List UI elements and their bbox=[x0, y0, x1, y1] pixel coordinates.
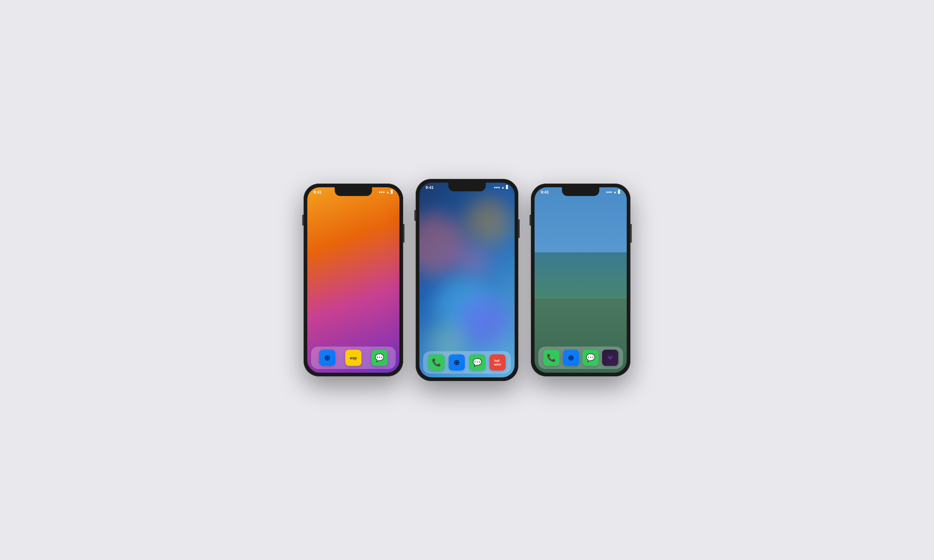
battery-icon-2: ▊ bbox=[506, 185, 509, 189]
safari-icon-3: ⊕ bbox=[563, 350, 579, 366]
hotwire-icon: hotwire bbox=[489, 354, 506, 371]
phone-1-content: 9:41 ●●● ▲ ▊ TUE 15 bbox=[307, 187, 399, 373]
phone-icon-2: 📞 bbox=[428, 354, 445, 371]
phone-3-bg bbox=[535, 187, 627, 373]
dock-phone-3[interactable]: 📞 bbox=[543, 350, 559, 366]
phone-1-dock: ⊕ exp 💬 bbox=[311, 346, 396, 369]
phone-icon-3: 📞 bbox=[543, 350, 559, 366]
phone-3-content: 9:41 ●●● ▲ ▊ ✉ TUE 15 bbox=[535, 187, 627, 373]
phone-3-notch bbox=[562, 187, 599, 196]
expedia-icon: exp bbox=[345, 350, 361, 366]
dock-messages-2[interactable]: 💬 bbox=[469, 354, 485, 371]
phone-2-content: 9:41 ●●● ▲ ▊ 35% off bbox=[419, 183, 515, 377]
signal-icon-2: ●●● bbox=[494, 185, 500, 189]
wifi-icon-3: ▲ bbox=[613, 190, 617, 194]
wifi-icon: ▲ bbox=[386, 190, 390, 194]
dock-safari-3[interactable]: ⊕ bbox=[563, 350, 579, 366]
dock-safari-2[interactable]: ⊕ bbox=[449, 354, 465, 371]
dock-expedia[interactable]: exp bbox=[345, 350, 361, 366]
signal-icon-3: ●●● bbox=[606, 190, 612, 194]
phone-1: 9:41 ●●● ▲ ▊ TUE 15 bbox=[304, 183, 403, 377]
wifi-icon-2: ▲ bbox=[501, 185, 505, 189]
phone-2-status-icons: ●●● ▲ ▊ bbox=[494, 185, 509, 189]
safari-icon: ⊕ bbox=[319, 350, 335, 366]
signal-icon: ●●● bbox=[379, 190, 385, 194]
phone-3-status-icons: ●●● ▲ ▊ bbox=[606, 190, 621, 194]
dock-messages[interactable]: 💬 bbox=[371, 350, 388, 366]
phone-3-time: 9:41 bbox=[541, 190, 549, 194]
messages-icon-2: 💬 bbox=[469, 354, 485, 371]
phone-2-notch bbox=[449, 183, 485, 191]
phone-3-screen: 9:41 ●●● ▲ ▊ ✉ TUE 15 bbox=[535, 187, 627, 373]
battery-icon: ▊ bbox=[391, 190, 393, 194]
dock-hotwire[interactable]: hotwire bbox=[489, 354, 506, 371]
dock-messages-3[interactable]: 💬 bbox=[583, 350, 599, 366]
phone-3: 9:41 ●●● ▲ ▊ ✉ TUE 15 bbox=[531, 183, 630, 377]
phone-1-screen: 9:41 ●●● ▲ ▊ TUE 15 bbox=[307, 187, 399, 373]
phone-1-time: 9:41 bbox=[313, 190, 322, 194]
phone-2-time: 9:41 bbox=[425, 185, 434, 190]
phone-1-bg bbox=[307, 187, 399, 373]
battery-icon-3: ▊ bbox=[618, 190, 621, 194]
phone-2-bg bbox=[419, 183, 515, 377]
phone-2-dock: 📞 ⊕ 💬 hotwire bbox=[423, 351, 511, 374]
phone-1-notch bbox=[335, 187, 372, 196]
dock-safari[interactable]: ⊕ bbox=[319, 350, 335, 366]
dock-wallet-icon: Ψ bbox=[602, 350, 618, 366]
phone-1-status-icons: ●●● ▲ ▊ bbox=[379, 190, 393, 194]
dock-phone-2[interactable]: 📞 bbox=[428, 354, 445, 371]
phones-container: 9:41 ●●● ▲ ▊ TUE 15 bbox=[304, 179, 630, 381]
phone-3-dock: 📞 ⊕ 💬 Ψ bbox=[538, 346, 623, 369]
phone-2-screen: 9:41 ●●● ▲ ▊ 35% off bbox=[419, 183, 515, 377]
phone-2: 9:41 ●●● ▲ ▊ 35% off bbox=[416, 179, 518, 381]
safari-icon-2: ⊕ bbox=[449, 354, 465, 371]
messages-icon: 💬 bbox=[371, 350, 388, 366]
messages-icon-3: 💬 bbox=[583, 350, 599, 366]
dock-wallet-3[interactable]: Ψ bbox=[602, 350, 618, 366]
